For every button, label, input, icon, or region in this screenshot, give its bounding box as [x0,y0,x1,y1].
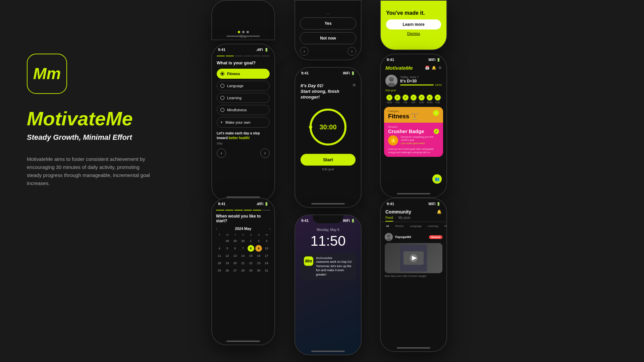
week-wed: ✓ WED [386,95,392,104]
cal-21[interactable]: 21 [239,260,246,266]
cal-30b[interactable]: 30 [255,267,262,274]
goal-make-own[interactable]: + Make your own [217,117,270,128]
cal-24[interactable]: 24 [263,260,270,266]
cal-11[interactable]: 11 [216,252,223,259]
timer-start-btn[interactable]: Start [301,154,356,166]
community-float-btn[interactable]: 👥 [432,174,442,184]
cal-29[interactable]: 29 [232,238,238,244]
label-mon: MON [427,101,432,104]
phone-notch-timer [313,68,343,76]
phone-calendar: 9:41 ▲▲▲ WiFi 🔋 When would you like to s… [211,198,275,345]
cal-13[interactable]: 13 [232,252,238,259]
timer-content: It's Day 01! Start strong, finish strong… [295,76,361,175]
yes-button[interactable]: Yes [300,17,356,29]
cal-12[interactable]: 12 [224,252,230,259]
svg-point-4 [389,77,394,82]
cal-26[interactable]: 26 [224,267,230,274]
post-caption: Best day ever! with Crusher badge! [385,275,442,278]
week-sat: ✓ SAT [411,95,417,104]
phone-notch-lock [313,215,343,223]
cal-19[interactable]: 19 [224,260,230,266]
cal-16[interactable]: 16 [255,252,262,259]
calendar-icon[interactable]: 📅 [425,66,430,70]
goal-mindfulness[interactable]: Mindfulness [217,105,270,115]
settings-icon[interactable]: ⚙ [438,66,442,70]
cal-31[interactable]: 31 [263,267,270,274]
cal-14[interactable]: 14 [239,252,246,259]
goals-next-btn[interactable]: › [260,148,270,158]
yesno-nav: ‹ › [300,47,356,56]
week-sun: ✓ SUN [419,95,425,104]
edit-goal-link[interactable]: Edit goal [381,89,446,93]
app-name: MotivateMe [27,107,201,130]
cal-prev-btn[interactable]: ‹ [216,227,217,231]
category-check: ✓ [433,110,439,116]
cal-1[interactable]: 1 [248,238,254,244]
phone-notch-dash [398,54,429,62]
cal-15[interactable]: 15 [248,252,254,259]
timer-close-btn[interactable]: ✕ [352,82,356,88]
cal-25[interactable]: 25 [216,267,223,274]
cal-22[interactable]: 22 [248,260,254,266]
cal-3[interactable]: 3 [263,238,270,244]
post-image [385,243,442,273]
filter-all[interactable]: All [384,224,391,228]
filter-language[interactable]: Language [408,224,424,228]
timer-edit-goal[interactable]: Edit goal [301,168,356,171]
radio-learning [220,96,224,100]
goal-fitness[interactable]: Fitness [217,69,270,79]
goals-skip[interactable]: Skip [217,142,270,145]
goal-makeown-label: Make your own [225,120,251,124]
post-avatar [385,233,393,241]
cal-5[interactable]: 5 [224,245,230,252]
timer-circle-container: 30:00 [301,107,356,147]
cal-20[interactable]: 20 [232,260,238,266]
status-time-goals: 9:41 [218,48,225,52]
cal-next-btn[interactable]: › [269,227,270,231]
not-now-button[interactable]: Not now [300,32,356,44]
radio-mindfulness [220,108,224,112]
goal-learning[interactable]: Learning [217,93,270,103]
dashboard-user: Today, June 7 It's D+30 100% [381,73,446,89]
cal-18[interactable]: 18 [216,260,223,266]
cal-10[interactable]: 10 [263,245,270,252]
cal-4[interactable]: 4 [216,245,223,252]
learn-more-btn[interactable]: Learn more [386,19,441,29]
yesno-back[interactable]: ‹ [300,47,309,56]
cal-30[interactable]: 30 [239,238,246,244]
filter-learning[interactable]: Learning [426,224,440,228]
yesno-next[interactable]: › [347,47,356,56]
tab-mypost[interactable]: My post [398,216,410,222]
cal-6[interactable]: 6 [232,245,238,252]
filter-fitness[interactable]: Fitness [393,224,406,228]
cal-27[interactable]: 27 [232,267,238,274]
filter-mindfu[interactable]: Mindfu... [442,224,446,228]
cal-29b[interactable]: 29 [248,267,254,274]
cal-7[interactable]: 7 [239,245,246,252]
cal-2[interactable]: 2 [255,238,262,244]
dashboard-icons: 📅 🔔 ⚙ [425,66,442,70]
community-header: Community 🔔 [381,207,446,216]
cal-17[interactable]: 17 [263,252,270,259]
goal-language-label: Language [227,84,244,88]
notif-text: Awesome work on Day 01! Tomorrow, let's … [316,260,352,277]
bell-icon[interactable]: 🔔 [432,66,436,70]
cal-23[interactable]: 23 [255,260,262,266]
tab-feed[interactable]: Feed [385,216,393,222]
cal-8-selected[interactable]: 8 [248,245,254,252]
goal-language[interactable]: Language [217,81,270,91]
pdot-3 [235,56,243,56]
cal-28[interactable]: 28 [224,238,230,244]
community-bell-icon[interactable]: 🔔 [437,209,442,214]
goals-back-btn[interactable]: ‹ [217,148,226,158]
label-thu: THU [395,101,400,104]
phone-goals: 9:41 ▲▲▲ WiFi 🔋 What is your goal? Fitne… [211,44,275,201]
category-section: Category Fitness 🏋 ✓ [384,107,443,123]
cal-9-selected[interactable]: 9 [255,245,262,252]
cal-progress [216,210,270,210]
week-thu: ✓ THU [394,95,400,104]
reward-link[interactable]: Let's share good news! [401,142,439,144]
cal-28b[interactable]: 28 [239,267,246,274]
plus-icon: + [220,120,223,125]
dismiss-btn[interactable]: Dismiss [386,32,441,36]
